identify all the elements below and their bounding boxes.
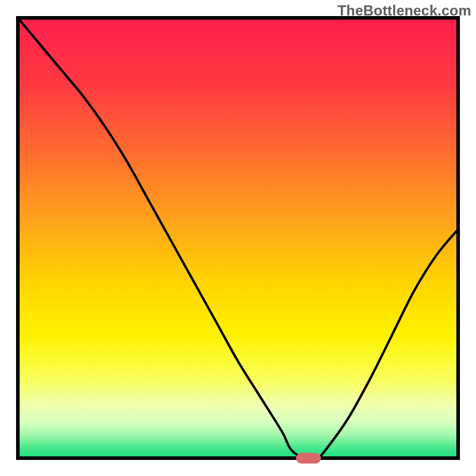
bottleneck-chart	[0, 0, 476, 476]
watermark-text: TheBottleneck.com	[337, 2, 471, 19]
chart-container: TheBottleneck.com	[0, 0, 476, 476]
plot-background	[18, 18, 458, 458]
optimal-marker	[296, 453, 321, 464]
